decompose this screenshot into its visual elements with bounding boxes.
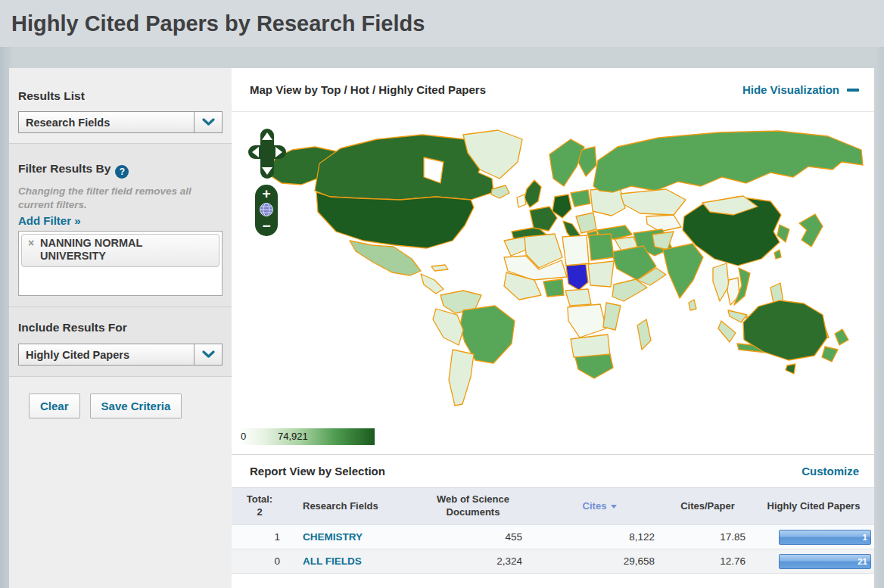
cites-value: 8,122: [537, 525, 662, 549]
country-uk: [524, 180, 541, 207]
table-header-row: Total: 2 Research Fields Web of Science …: [232, 488, 874, 525]
country-new-zealand: [835, 329, 848, 345]
column-header-wos-documents[interactable]: Web of Science Documents: [409, 488, 537, 525]
field-link-chemistry[interactable]: CHEMISTRY: [303, 531, 363, 543]
column-header-cites-sorted[interactable]: Cites: [537, 488, 662, 525]
highly-cited-papers-bar: 21: [779, 554, 871, 569]
map-area: + − 0 74,921: [232, 112, 874, 454]
map-view-header: Map View by Top / Hot / Highly Cited Pap…: [232, 68, 874, 112]
highly-cited-papers-bar: 1: [779, 530, 871, 545]
country-russia: [593, 131, 863, 192]
filter-tag-label: NANNING NORMAL UNIVERSITY: [40, 237, 176, 263]
zoom-in-button[interactable]: +: [262, 187, 270, 200]
include-results-selected-value: Highly Cited Papers: [19, 344, 194, 365]
map-color-legend: 0 74,921: [238, 428, 375, 445]
hide-visualization-icon: [847, 89, 859, 92]
filter-heading: Filter Results By: [18, 162, 110, 175]
filter-tag: × NANNING NORMAL UNIVERSITY: [21, 234, 219, 267]
globe-icon[interactable]: [259, 202, 274, 217]
legend-max-value: 74,921: [278, 431, 308, 442]
cites-value: 29,658: [537, 549, 662, 574]
country-madagascar: [637, 319, 651, 350]
save-criteria-button[interactable]: Save Criteria: [90, 394, 182, 418]
include-results-dropdown[interactable]: Highly Cited Papers: [18, 344, 223, 366]
country-germany: [552, 194, 571, 218]
cites-per-paper-value: 17.85: [662, 525, 753, 549]
column-header-research-fields[interactable]: Research Fields: [288, 488, 409, 525]
country-kazakhstan: [621, 189, 686, 215]
row-count: 0: [232, 549, 288, 574]
page-header: Highly Cited Papers by Research Fields: [0, 0, 884, 47]
country-iceland: [491, 185, 509, 198]
remove-filter-icon[interactable]: ×: [28, 237, 34, 250]
results-list-section: Results List Research Fields: [9, 68, 232, 143]
results-list-selected-value: Research Fields: [19, 112, 194, 132]
results-list-dropdown[interactable]: Research Fields: [18, 111, 223, 133]
help-icon[interactable]: ?: [115, 165, 129, 179]
country-india: [663, 244, 703, 298]
clear-button[interactable]: Clear: [29, 394, 80, 418]
column-header-cites-per-paper[interactable]: Cites/Paper: [662, 488, 753, 525]
wos-documents-value: 455: [409, 525, 537, 549]
include-results-section: Include Results For Highly Cited Papers: [9, 306, 232, 376]
column-header-highly-cited-papers[interactable]: Highly Cited Papers: [753, 488, 874, 525]
sidebar: Results List Research Fields Filter Resu…: [9, 68, 232, 588]
cites-per-paper-value: 12.76: [662, 549, 753, 574]
country-nigeria: [543, 279, 564, 297]
map-view-title: Map View by Top / Hot / Highly Cited Pap…: [250, 83, 742, 96]
country-chad-selected: [566, 264, 588, 290]
sort-descending-icon: [611, 505, 617, 509]
page-title: Highly Cited Papers by Research Fields: [11, 11, 425, 36]
row-count: 1: [232, 525, 288, 549]
legend-min-value: 0: [241, 431, 246, 442]
include-results-heading: Include Results For: [18, 321, 223, 334]
country-sudan: [588, 261, 614, 287]
filter-note: Changing the filter field removes all cu…: [18, 185, 213, 211]
results-list-heading: Results List: [18, 89, 223, 103]
map-zoom-control: + −: [255, 185, 278, 236]
chevron-down-icon[interactable]: [194, 112, 222, 132]
wos-documents-value: 2,324: [409, 549, 537, 574]
filter-section: Filter Results By? Changing the filter f…: [9, 143, 232, 306]
zoom-out-button[interactable]: −: [262, 219, 270, 232]
country-south-africa: [575, 354, 613, 378]
country-argentina: [449, 350, 474, 406]
country-south-korea: [777, 225, 789, 242]
field-link-all-fields[interactable]: ALL FIELDS: [303, 555, 362, 567]
add-filter-link[interactable]: Add Filter »: [18, 214, 81, 227]
country-egypt: [589, 234, 614, 260]
country-libya: [562, 235, 589, 266]
table-row: 0 ALL FIELDS 2,324 29,658 12.76 21: [232, 549, 874, 574]
column-header-total: Total: 2: [232, 488, 288, 525]
world-map[interactable]: [238, 120, 868, 422]
report-view-header: Report View by Selection Customize: [232, 454, 874, 487]
sidebar-actions-section: Clear Save Criteria: [9, 376, 232, 588]
report-table: Total: 2 Research Fields Web of Science …: [232, 487, 874, 574]
customize-link[interactable]: Customize: [802, 465, 859, 478]
filter-list-box[interactable]: × NANNING NORMAL UNIVERSITY: [18, 231, 223, 296]
main-panel: Map View by Top / Hot / Highly Cited Pap…: [232, 68, 874, 588]
country-japan: [799, 214, 823, 247]
map-pan-control[interactable]: [248, 129, 286, 179]
table-row: 1 CHEMISTRY 455 8,122 17.85 1: [232, 525, 874, 549]
country-usa: [316, 192, 474, 248]
report-view-title: Report View by Selection: [250, 465, 802, 478]
chevron-down-icon[interactable]: [194, 344, 222, 365]
hide-visualization-link[interactable]: Hide Visualization: [742, 83, 859, 96]
